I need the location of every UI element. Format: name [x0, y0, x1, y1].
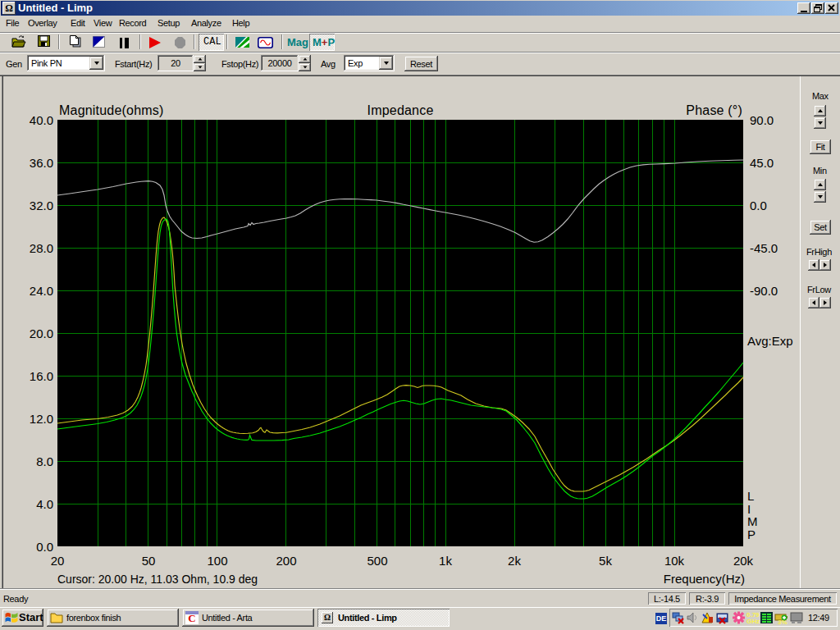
svg-text:GHz: GHz	[746, 618, 760, 625]
svg-text:3%: 3%	[778, 619, 788, 625]
svg-text:C: C	[188, 612, 195, 624]
